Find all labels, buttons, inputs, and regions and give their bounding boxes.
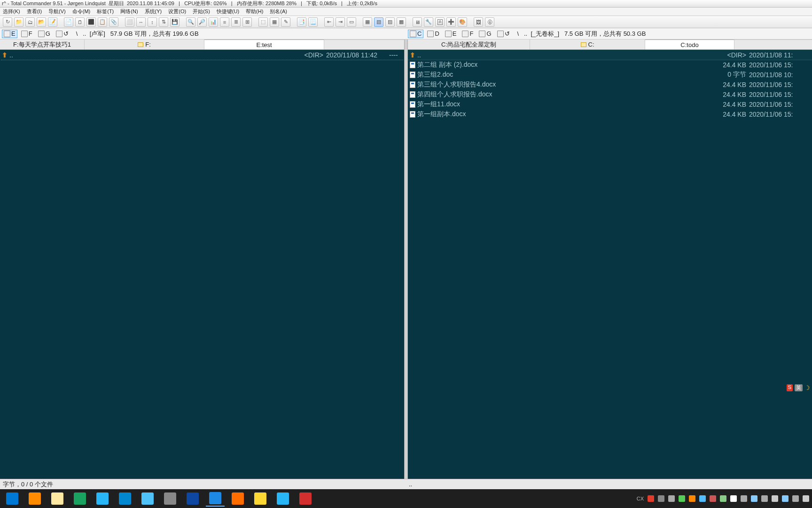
toolbar-button[interactable]: ▦ xyxy=(363,17,372,27)
menu-item[interactable]: 导航(V) xyxy=(48,8,66,15)
tray-icon[interactable] xyxy=(741,495,747,502)
toolbar-button[interactable]: 📄 xyxy=(64,17,73,27)
menu-item[interactable]: 选择(K) xyxy=(3,8,20,15)
toolbar-button[interactable]: ▦ xyxy=(270,17,279,27)
file-row[interactable]: 第三组2.doc0 字节2020/11/08 10: xyxy=(408,70,812,79)
tray-icon[interactable] xyxy=(792,495,799,502)
file-row[interactable]: 第三组个人求职报告4.docx24.4 KB2020/11/06 15: xyxy=(408,79,812,89)
drive-button-G[interactable]: G xyxy=(477,30,493,38)
tray-icon[interactable] xyxy=(772,495,778,502)
toolbar-button[interactable]: 📁 xyxy=(14,17,23,27)
taskbar-app[interactable] xyxy=(70,491,89,507)
menu-item[interactable]: 帮助(H) xyxy=(246,8,263,15)
toolbar-button[interactable]: ⬚ xyxy=(258,17,268,27)
taskbar-app[interactable] xyxy=(273,491,292,507)
toolbar-button[interactable]: ⬛ xyxy=(86,17,96,27)
drive-button-F[interactable]: F xyxy=(460,30,475,38)
toolbar-button[interactable]: 🔧 xyxy=(424,17,433,27)
tray-icon[interactable] xyxy=(699,495,706,502)
menu-item[interactable]: 标签(T) xyxy=(97,8,114,15)
folder-tab[interactable]: C:尚品宅配全屋定制 xyxy=(408,40,530,49)
toolbar-button[interactable]: 🖼 xyxy=(474,17,483,27)
drive-button-D[interactable]: D xyxy=(425,30,441,38)
menu-item[interactable]: 快捷键(U) xyxy=(217,8,239,15)
toolbar-button[interactable]: ▧ xyxy=(374,17,383,27)
toolbar-button[interactable]: ▨ xyxy=(385,17,395,27)
toolbar-button[interactable]: 📂 xyxy=(37,17,46,27)
tray-icon[interactable] xyxy=(730,495,737,502)
toolbar-button[interactable]: ✎ xyxy=(281,17,290,27)
drive-button-F[interactable]: F xyxy=(19,30,34,38)
toolbar-button[interactable]: ↕ xyxy=(148,17,157,27)
toolbar-button[interactable]: ≡ xyxy=(220,17,229,27)
taskbar-app[interactable] xyxy=(3,491,22,507)
tray-icon[interactable] xyxy=(689,495,695,502)
folder-tab[interactable]: F:每天学点开车技巧1 xyxy=(0,40,85,49)
menu-item[interactable]: 查看(I) xyxy=(27,8,42,15)
toolbar-button[interactable]: ➕ xyxy=(446,17,456,27)
tray-icon[interactable] xyxy=(751,495,757,502)
folder-tab[interactable]: C:todo xyxy=(645,40,734,49)
toolbar-button[interactable]: 🗒 xyxy=(75,17,85,27)
file-row[interactable]: ⬆..<DIR>2020/11/08 11: xyxy=(408,50,812,60)
toolbar-button[interactable]: 🗂 xyxy=(25,17,35,27)
toolbar-button[interactable]: 📊 xyxy=(209,17,218,27)
tray-icon[interactable] xyxy=(761,495,768,502)
taskbar-app[interactable] xyxy=(251,491,270,507)
tray-icon[interactable] xyxy=(803,495,809,502)
tray-icon[interactable] xyxy=(720,495,726,502)
toolbar-button[interactable]: 🖥 xyxy=(413,17,422,27)
taskbar-app[interactable] xyxy=(93,491,112,507)
right-file-list[interactable]: ⬆..<DIR>2020/11/08 11:第二组 副本 (2).docx24.… xyxy=(408,50,812,479)
tray-icon[interactable] xyxy=(658,495,664,502)
toolbar-button[interactable]: 📃 xyxy=(308,17,318,27)
toolbar-button[interactable]: 📋 xyxy=(98,17,107,27)
menu-item[interactable]: 网络(N) xyxy=(120,8,138,15)
ime-indicator[interactable]: S 英 ☽ xyxy=(787,384,810,391)
toolbar-button[interactable]: 🎨 xyxy=(458,17,467,27)
file-row[interactable]: 第一组11.docx24.4 KB2020/11/06 15: xyxy=(408,99,812,109)
menu-item[interactable]: 命令(M) xyxy=(72,8,91,15)
toolbar-button[interactable]: 📝 xyxy=(48,17,57,27)
taskbar-app[interactable] xyxy=(183,491,202,507)
tray-icon[interactable] xyxy=(668,495,675,502)
toolbar-button[interactable]: ⇤ xyxy=(324,17,334,27)
drive-button-E[interactable]: E xyxy=(2,30,17,38)
toolbar-button[interactable]: ↻ xyxy=(3,17,12,27)
toolbar-button[interactable]: ▭ xyxy=(347,17,356,27)
tray-icon[interactable] xyxy=(710,495,716,502)
toolbar-button[interactable]: ⇥ xyxy=(336,17,345,27)
taskbar-app[interactable] xyxy=(116,491,134,507)
toolbar-button[interactable]: 🔎 xyxy=(197,17,207,27)
drive-button-G[interactable]: G xyxy=(36,30,52,38)
taskbar-app[interactable] xyxy=(296,491,315,507)
toolbar-button[interactable]: ⇅ xyxy=(159,17,168,27)
menu-item[interactable]: 设置(O) xyxy=(168,8,186,15)
tray-icon[interactable] xyxy=(782,495,789,502)
folder-tab[interactable]: F: xyxy=(85,40,204,49)
toolbar-button[interactable]: ↔ xyxy=(136,17,146,27)
taskbar-app[interactable] xyxy=(138,491,157,507)
menu-item[interactable]: 系统(Y) xyxy=(145,8,162,15)
taskbar-app[interactable] xyxy=(206,491,225,507)
tray-icon[interactable] xyxy=(679,495,685,502)
drive-button-↺[interactable]: ↺ xyxy=(495,30,512,38)
taskbar-app[interactable] xyxy=(48,491,67,507)
menu-item[interactable]: 开始(S) xyxy=(193,8,210,15)
toolbar-button[interactable]: 🄰 xyxy=(435,17,445,27)
taskbar-app[interactable] xyxy=(228,491,247,507)
menu-item[interactable]: 别名(A) xyxy=(270,8,287,15)
system-tray[interactable]: CX xyxy=(637,495,809,502)
toolbar-button[interactable]: 📑 xyxy=(297,17,306,27)
file-row[interactable]: 第一组副本.docx24.4 KB2020/11/06 15: xyxy=(408,109,812,119)
drive-button-E[interactable]: E xyxy=(443,30,459,38)
file-row[interactable]: ⬆..<DIR>2020/11/08 11:42---- xyxy=(0,50,404,60)
toolbar-button[interactable]: 📎 xyxy=(109,17,118,27)
left-file-list[interactable]: ⬆..<DIR>2020/11/08 11:42---- xyxy=(0,50,404,479)
taskbar-app[interactable] xyxy=(25,491,44,507)
drive-button-C[interactable]: C xyxy=(408,30,423,38)
folder-tab[interactable]: E:test xyxy=(204,40,324,49)
toolbar-button[interactable]: ≣ xyxy=(231,17,241,27)
toolbar-button[interactable]: 🔍 xyxy=(186,17,195,27)
pane-divider[interactable] xyxy=(404,40,408,479)
